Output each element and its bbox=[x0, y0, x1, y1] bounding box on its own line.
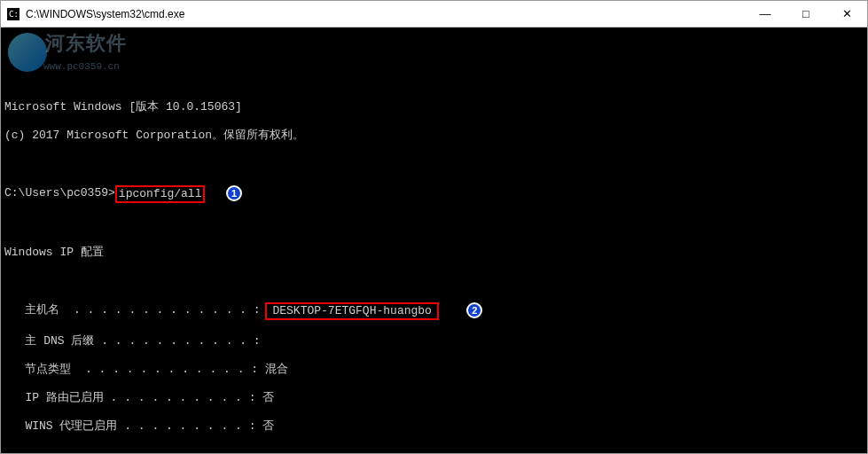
close-button[interactable]: ✕ bbox=[826, 1, 867, 27]
watermark: 河东软件 www.pc0359.cn bbox=[1, 27, 196, 77]
wins-proxy-line: WINS 代理已启用 . . . . . . . . . : 否 bbox=[4, 419, 864, 434]
titlebar[interactable]: C: C:\WINDOWS\system32\cmd.exe — □ ✕ bbox=[1, 1, 867, 27]
marker-1: 1 bbox=[226, 185, 242, 201]
terminal-body[interactable]: 河东软件 www.pc0359.cn Microsoft Windows [版本… bbox=[1, 27, 867, 453]
command-highlight: ipconfig/all bbox=[115, 185, 206, 203]
window-title: C:\WINDOWS\system32\cmd.exe bbox=[26, 8, 745, 20]
cmd-icon: C: bbox=[6, 7, 20, 21]
hostname-line: 主机名 . . . . . . . . . . . . . : DESKTOP-… bbox=[4, 302, 864, 320]
header-line-1: Microsoft Windows [版本 10.0.15063] bbox=[4, 100, 864, 114]
cmd-window: C: C:\WINDOWS\system32\cmd.exe — □ ✕ 河东软… bbox=[0, 0, 868, 454]
command-text: ipconfig/all bbox=[119, 187, 202, 200]
svg-text:C:: C: bbox=[9, 10, 19, 19]
prompt-line: C:\Users\pc0359>ipconfig/all 1 bbox=[4, 185, 864, 203]
watermark-brand: 河东软件 bbox=[45, 38, 127, 52]
ip-routing-line: IP 路由已启用 . . . . . . . . . . : 否 bbox=[4, 391, 864, 405]
node-type-line: 节点类型 . . . . . . . . . . . . : 混合 bbox=[4, 363, 864, 377]
maximize-button[interactable]: □ bbox=[786, 1, 826, 27]
window-controls: — □ ✕ bbox=[745, 1, 867, 27]
hostname-value: DESKTOP-7ETGFQH-huangbo bbox=[272, 304, 431, 317]
header-line-2: (c) 2017 Microsoft Corporation。保留所有权利。 bbox=[4, 129, 864, 143]
hostname-highlight: DESKTOP-7ETGFQH-huangbo bbox=[265, 302, 438, 320]
minimize-button[interactable]: — bbox=[745, 1, 786, 27]
section-ip-config: Windows IP 配置 bbox=[4, 246, 864, 260]
watermark-url: www.pc0359.cn bbox=[43, 59, 120, 74]
prompt-path: C:\Users\pc0359> bbox=[4, 186, 115, 200]
marker-2: 2 bbox=[466, 302, 482, 318]
dns-suffix-line: 主 DNS 后缀 . . . . . . . . . . . : bbox=[4, 334, 864, 348]
